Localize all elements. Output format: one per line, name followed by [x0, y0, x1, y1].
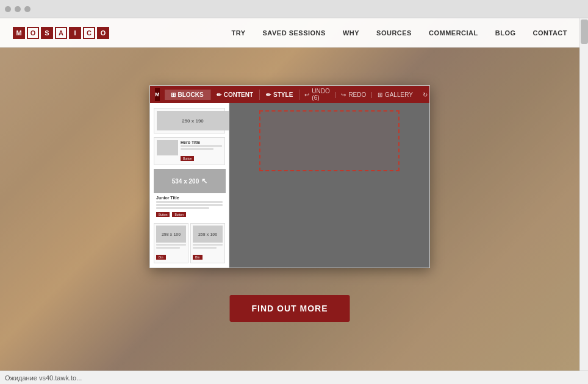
cursor-icon: ↖ [201, 177, 207, 185]
toolbar-undo-label: UNDO (6) [312, 88, 329, 101]
block-two-col-row1: 298 x 100 Btn 268 x 100 [154, 223, 225, 267]
block-col1b-preview: 268 x 100 [193, 226, 223, 243]
toolbar-redo-btn[interactable]: ↪ REDO [336, 90, 371, 100]
nav-blog[interactable]: BLOG [495, 29, 516, 37]
find-out-more-button[interactable]: FIND OUT MORE [230, 295, 350, 322]
toolbar-redo-label: REDO [348, 91, 366, 98]
list-item[interactable]: 298 x 100 Btn [154, 223, 188, 263]
text-line-9 [193, 247, 217, 249]
block-banner-preview: 250 x 190 [157, 111, 229, 130]
status-text [5, 374, 127, 382]
toolbar-blocks-label: BLOCKS [178, 91, 204, 98]
block-cta-mini: Button [181, 156, 194, 161]
text-line-7 [156, 247, 180, 249]
logo: M O S A I C O [12, 26, 110, 40]
toolbar-style-btn[interactable]: ✏ STYLE [260, 90, 299, 100]
toolbar-style-label: STYLE [273, 91, 293, 98]
text-line-2 [181, 148, 213, 150]
logo-letter-o: O [27, 27, 39, 39]
toolbar-content-btn[interactable]: ✏ CONTENT [210, 90, 260, 100]
block-hero-size: 534 x 200 ↖ [172, 177, 208, 185]
nav-why[interactable]: WHY [343, 29, 359, 37]
block-hero-btn2: Button [172, 212, 185, 217]
block-hero-buttons: Button Button [156, 211, 223, 217]
nav-sources[interactable]: SOURCES [376, 29, 412, 37]
scrollbar-thumb[interactable] [581, 20, 588, 44]
block-hero-title: Junior Title [156, 196, 223, 200]
block-hero-text: Junior Title Button Button [154, 193, 225, 219]
browser-chrome [0, 0, 588, 18]
toolbar-blocks-btn[interactable]: ⊞ BLOCKS [165, 90, 210, 100]
toolbar-content-label: CONTENT [224, 91, 253, 98]
block-text-thumb [157, 140, 178, 155]
editor-panel: M ⊞ BLOCKS ✏ CONTENT ✏ STYLE ↩ UNDO (6) [149, 85, 430, 268]
page: M O S A I C O TRY SAVED SESSIONS WHY SOU… [0, 18, 579, 371]
block-col1a-btn: Btn [156, 255, 166, 260]
block-hero-btn1: Button [156, 212, 170, 217]
block-col1a-text: Btn [156, 244, 186, 261]
blocks-icon: ⊞ [171, 91, 176, 98]
gallery-icon: ⊞ [378, 91, 382, 98]
toolbar-gallery-label: GALLERY [385, 91, 413, 98]
text-line-3 [156, 201, 223, 203]
editor-toolbar: M ⊞ BLOCKS ✏ CONTENT ✏ STYLE ↩ UNDO (6) [150, 86, 429, 103]
nav-links: TRY SAVED SESSIONS WHY SOURCES COMMERCIA… [231, 29, 567, 37]
list-item[interactable]: 268 x 100 Btn [190, 223, 225, 263]
block-text-title: Hero Title [181, 140, 222, 144]
undo-icon: ↩ [304, 91, 309, 98]
nav-commercial[interactable]: COMMERCIAL [429, 29, 478, 37]
list-item[interactable]: 250 x 190 [154, 108, 225, 133]
navbar: M O S A I C O TRY SAVED SESSIONS WHY SOU… [0, 18, 579, 48]
blocks-panel[interactable]: 250 x 190 Hero Title Button [150, 103, 229, 268]
text-line-4 [156, 204, 223, 206]
editor-main: 250 x 190 Hero Title Button [150, 103, 429, 268]
redo-icon: ↪ [341, 91, 346, 98]
logo-letter-a: A [55, 27, 67, 39]
block-banner-size: 250 x 190 [182, 118, 204, 124]
scrollbar[interactable] [579, 18, 588, 371]
list-item[interactable]: Hero Title Button [154, 137, 225, 165]
text-line-6 [156, 244, 186, 246]
block-text-content: Hero Title Button [181, 140, 222, 162]
logo-letter-s: S [41, 27, 53, 39]
browser-dot-1 [5, 6, 11, 12]
nav-contact[interactable]: CONTACT [533, 29, 567, 37]
text-line-8 [193, 244, 223, 246]
logo-letter-m: M [13, 27, 25, 39]
canvas-panel[interactable] [229, 103, 429, 268]
block-col1b-text: Btn [193, 244, 223, 261]
hero-content: M ⊞ BLOCKS ✏ CONTENT ✏ STYLE ↩ UNDO (6) [0, 48, 579, 371]
refresh-icon: ↻ [423, 91, 428, 98]
logo-letter-i: I [69, 27, 81, 39]
style-icon: ✏ [266, 91, 271, 98]
toolbar-undo-btn[interactable]: ↩ UNDO (6) [299, 86, 334, 103]
edit-icon: ✏ [217, 91, 221, 98]
block-col1b-btn: Btn [193, 255, 203, 260]
logo-letter-o2: O [97, 27, 109, 39]
nav-saved-sessions[interactable]: SAVED SESSIONS [263, 29, 326, 37]
text-line-1 [181, 145, 222, 147]
browser-dot-3 [24, 6, 30, 12]
toolbar-logo: M [155, 88, 160, 101]
block-hero-preview: 534 x 200 ↖ [154, 169, 226, 193]
nav-try[interactable]: TRY [231, 29, 245, 37]
list-item[interactable]: 534 x 200 ↖ Junior Title Button Butto [154, 169, 225, 219]
toolbar-refresh-btn[interactable]: ↻ [418, 90, 432, 100]
status-bar [0, 371, 588, 384]
drop-zone[interactable] [259, 110, 400, 171]
toolbar-gallery-btn[interactable]: ⊞ GALLERY [373, 90, 418, 100]
logo-letter-c: C [83, 27, 95, 39]
toolbar-logo-text: M [155, 91, 160, 98]
text-line-5 [156, 207, 209, 209]
browser-dot-2 [15, 6, 21, 12]
block-col1a-preview: 298 x 100 [156, 226, 186, 243]
